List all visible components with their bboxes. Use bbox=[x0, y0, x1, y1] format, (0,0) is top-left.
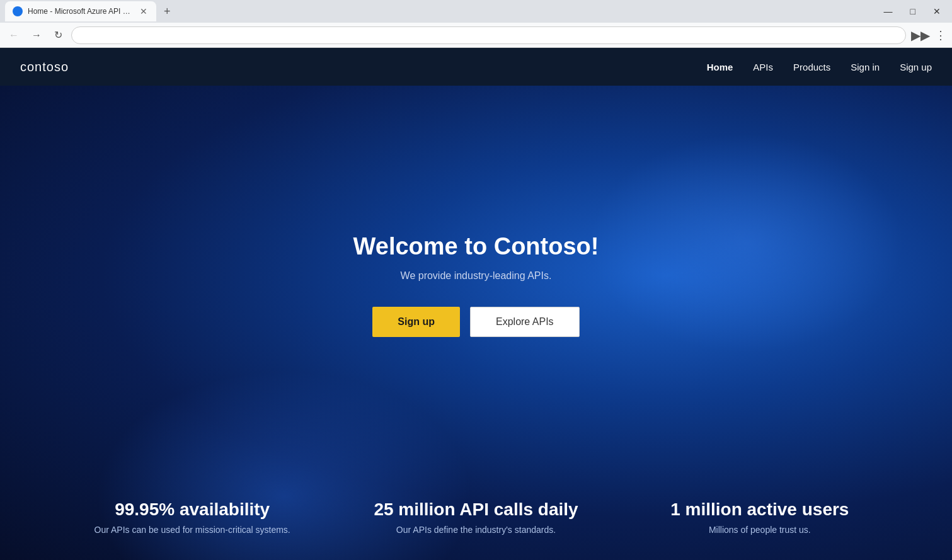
hero-subtitle: We provide industry-leading APIs. bbox=[353, 270, 599, 282]
browser-chrome: Home - Microsoft Azure API Mar... ✕ + — … bbox=[0, 0, 952, 48]
website-content: contoso Home APIs Products Sign in Sign … bbox=[0, 48, 952, 560]
stat-users-desc: Millions of people trust us. bbox=[618, 525, 902, 535]
title-bar: Home - Microsoft Azure API Mar... ✕ + — … bbox=[0, 0, 952, 23]
hero-section: Welcome to Contoso! We provide industry-… bbox=[0, 86, 952, 560]
stat-api-calls-value: 25 million API calls daily bbox=[334, 500, 617, 520]
new-tab-button[interactable]: + bbox=[159, 3, 176, 21]
site-logo: contoso bbox=[20, 60, 69, 74]
stat-api-calls-desc: Our APIs define the industry's standards… bbox=[334, 525, 617, 535]
nav-apis[interactable]: APIs bbox=[753, 62, 773, 72]
title-bar-left: Home - Microsoft Azure API Mar... ✕ + bbox=[5, 1, 176, 21]
forward-button[interactable]: → bbox=[28, 27, 45, 43]
browser-tab[interactable]: Home - Microsoft Azure API Mar... ✕ bbox=[5, 1, 156, 21]
stat-availability-value: 99.95% availability bbox=[50, 500, 334, 520]
tab-favicon bbox=[13, 6, 23, 16]
address-input[interactable] bbox=[71, 26, 906, 44]
stats-section: 99.95% availability Our APIs can be used… bbox=[0, 474, 952, 560]
stat-api-calls: 25 million API calls daily Our APIs defi… bbox=[334, 500, 617, 535]
tab-close-button[interactable]: ✕ bbox=[139, 5, 149, 18]
stat-availability: 99.95% availability Our APIs can be used… bbox=[50, 500, 334, 535]
back-button[interactable]: ← bbox=[5, 27, 23, 43]
stat-users-value: 1 million active users bbox=[618, 500, 902, 520]
nav-links: Home APIs Products Sign in Sign up bbox=[707, 62, 932, 72]
nav-signin[interactable]: Sign in bbox=[851, 62, 880, 72]
stat-users: 1 million active users Millions of peopl… bbox=[618, 500, 902, 535]
close-button[interactable]: ✕ bbox=[927, 4, 947, 19]
signup-button[interactable]: Sign up bbox=[372, 307, 460, 337]
address-bar-row: ← → ↻ ▶▶ ⋮ bbox=[0, 23, 952, 48]
reload-button[interactable]: ↻ bbox=[50, 26, 66, 43]
minimize-button[interactable]: — bbox=[878, 4, 899, 19]
hero-title: Welcome to Contoso! bbox=[353, 233, 599, 260]
nav-signup[interactable]: Sign up bbox=[900, 62, 932, 72]
browser-menu-button[interactable]: ⋮ bbox=[935, 28, 947, 42]
explore-apis-button[interactable]: Explore APIs bbox=[470, 307, 580, 337]
title-bar-right: — □ ✕ bbox=[878, 4, 947, 19]
hero-buttons: Sign up Explore APIs bbox=[353, 307, 599, 337]
stat-availability-desc: Our APIs can be used for mission-critica… bbox=[50, 525, 334, 535]
nav-products[interactable]: Products bbox=[793, 62, 830, 72]
profile-button[interactable]: ▶▶ bbox=[911, 28, 930, 43]
site-navigation: contoso Home APIs Products Sign in Sign … bbox=[0, 48, 952, 86]
maximize-button[interactable]: □ bbox=[904, 4, 922, 19]
nav-home[interactable]: Home bbox=[707, 62, 733, 72]
hero-content: Welcome to Contoso! We provide industry-… bbox=[353, 233, 599, 337]
tab-title: Home - Microsoft Azure API Mar... bbox=[28, 7, 134, 16]
